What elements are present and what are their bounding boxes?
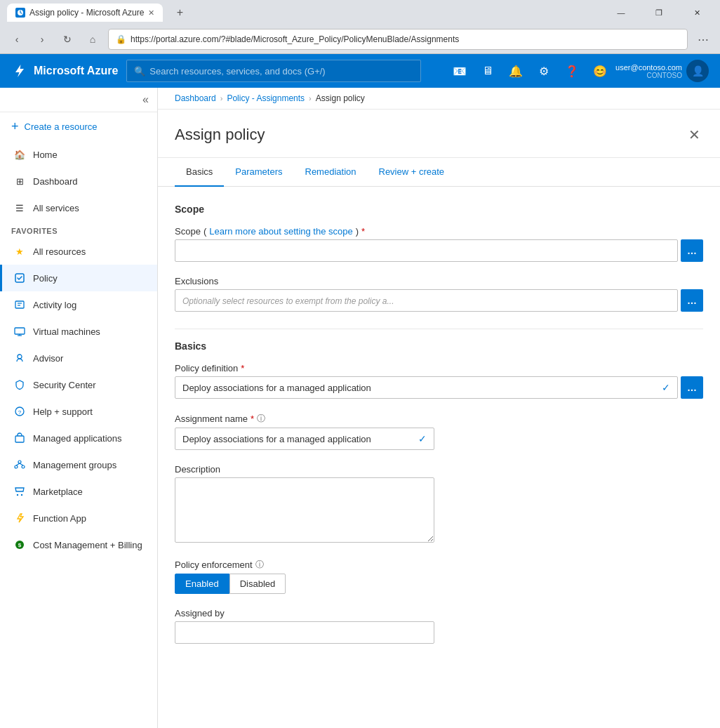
exclusions-field-group: Exclusions … [175,276,703,312]
create-resource-button[interactable]: + Create a resource [0,112,157,141]
exclusions-label: Exclusions [175,276,703,286]
sidebar-item-all-services-label: All services [33,203,79,213]
forward-button[interactable]: › [32,29,52,49]
activity-log-icon [13,298,26,311]
new-tab-button[interactable]: + [170,3,189,22]
exclusions-browse-button[interactable]: … [681,289,703,312]
sidebar-item-home[interactable]: 🏠 Home [0,141,157,168]
user-menu[interactable]: user@contoso.com CONTOSO 👤 [615,60,709,82]
svg-line-15 [16,463,20,465]
alert-button[interactable]: 🔔 [503,58,528,84]
managed-apps-icon [13,432,26,444]
scope-section-title: Scope [175,204,703,215]
policy-def-select[interactable]: Deploy associations for a managed applic… [175,376,678,399]
sidebar-item-security-center-label: Security Center [33,380,96,390]
assignment-name-required-indicator: * [251,413,254,424]
sidebar-item-management-groups[interactable]: Management groups [0,451,157,478]
assignment-name-field[interactable]: Deploy associations for a managed applic… [175,428,434,450]
svg-rect-2 [15,301,24,308]
maximize-button[interactable]: ❐ [643,3,675,22]
azure-search-box[interactable]: 🔍 [126,60,421,82]
policy-enforcement-info-icon[interactable]: ⓘ [255,559,264,571]
tab-remediation[interactable]: Remediation [294,158,368,187]
svg-rect-5 [15,328,25,334]
svg-point-14 [22,465,25,468]
sidebar-item-policy[interactable]: Policy [0,265,157,291]
exclusions-input[interactable] [175,289,678,312]
notifications-button[interactable]: 📧 [447,58,472,84]
collapse-icon[interactable]: « [142,93,149,106]
sidebar-item-all-services[interactable]: ☰ All services [0,194,157,221]
settings-button[interactable]: ⚙ [531,58,556,84]
breadcrumb-current: Assign policy [316,93,365,103]
sidebar-item-cost-management[interactable]: $ Cost Management + Billing [0,531,157,558]
assigned-by-input[interactable] [175,621,434,644]
feedback-button[interactable]: 😊 [587,58,613,84]
enforcement-enabled-option[interactable]: Enabled [175,574,229,594]
scope-learn-more-link[interactable]: Learn more about setting the scope [209,226,353,237]
breadcrumb-sep-2: › [309,94,312,102]
sidebar-item-marketplace[interactable]: Marketplace [0,478,157,505]
sidebar-item-help-support[interactable]: ? Help + support [0,398,157,425]
assignment-name-check-icon: ✓ [418,433,427,444]
sidebar-item-managed-apps[interactable]: Managed applications [0,425,157,451]
create-resource-label: Create a resource [25,121,98,132]
sidebar-collapse[interactable]: « [0,88,157,112]
sidebar-item-dashboard[interactable]: ⊞ Dashboard [0,168,157,194]
refresh-button[interactable]: ↻ [58,29,77,49]
marketplace-icon [13,485,26,498]
breadcrumb-policy-assignments[interactable]: Policy - Assignments [227,93,305,103]
form-content: Scope Scope (Learn more about setting th… [158,187,720,675]
user-avatar: 👤 [686,60,709,82]
minimize-button[interactable]: — [605,3,637,22]
sidebar-item-all-resources-label: All resources [33,246,86,257]
description-textarea[interactable] [175,477,434,543]
help-button[interactable]: ❓ [559,58,585,84]
assigned-by-field-group: Assigned by [175,608,703,644]
sidebar-item-function-app-label: Function App [33,513,86,524]
browser-chrome: Assign policy - Microsoft Azure ✕ + — ❐ … [0,0,720,54]
tab-close-button[interactable]: ✕ [148,8,154,18]
cloud-shell-button[interactable]: 🖥 [475,58,500,84]
policy-enforcement-label: Policy enforcement ⓘ [175,559,703,571]
breadcrumb-dashboard[interactable]: Dashboard [175,93,216,103]
policy-def-required-indicator: * [241,363,244,373]
svg-line-16 [20,463,23,465]
scope-input[interactable] [175,239,678,262]
browser-tab[interactable]: Assign policy - Microsoft Azure ✕ [7,4,163,22]
policy-def-browse-button[interactable]: … [681,376,703,399]
sidebar-item-all-resources[interactable]: ★ All resources [0,238,157,265]
scope-input-group: … [175,239,703,262]
scope-browse-button[interactable]: … [681,239,703,262]
assignment-name-value: Deploy associations for a managed applic… [182,434,418,444]
advisor-icon [13,352,26,364]
user-email: user@contoso.com [615,63,682,72]
close-button[interactable]: ✕ [681,3,713,22]
policy-enforcement-field-group: Policy enforcement ⓘ Enabled Disabled [175,559,703,594]
sidebar-item-advisor[interactable]: Advisor [0,345,157,371]
help-support-icon: ? [13,405,26,418]
dashboard-icon: ⊞ [13,175,26,187]
assignment-name-field-group: Assignment name * ⓘ Deploy associations … [175,413,703,450]
scope-required-indicator: * [361,226,365,237]
tab-parameters[interactable]: Parameters [224,158,293,187]
policy-icon [13,272,26,284]
sidebar-item-function-app[interactable]: Function App [0,505,157,531]
browser-menu-button[interactable]: ⋯ [693,29,713,49]
panel-close-button[interactable]: ✕ [686,124,703,146]
tab-basics[interactable]: Basics [175,158,224,187]
sidebar-item-security-center[interactable]: Security Center [0,371,157,398]
home-button[interactable]: ⌂ [83,29,102,49]
back-button[interactable]: ‹ [7,29,27,49]
assigned-by-label: Assigned by [175,608,703,618]
breadcrumb: Dashboard › Policy - Assignments › Assig… [158,88,720,110]
enforcement-disabled-option[interactable]: Disabled [229,574,286,594]
assignment-name-info-icon[interactable]: ⓘ [257,413,265,425]
tab-review-create[interactable]: Review + create [368,158,456,187]
sidebar-item-activity-log[interactable]: Activity log [0,291,157,318]
sidebar-item-virtual-machines[interactable]: Virtual machines [0,318,157,345]
address-bar[interactable]: 🔒 https://portal.azure.com/?#blade/Micro… [108,29,688,50]
favorites-section-label: FAVORITES [0,221,157,238]
search-input[interactable] [149,66,413,77]
azure-logo[interactable]: Microsoft Azure [11,62,118,79]
